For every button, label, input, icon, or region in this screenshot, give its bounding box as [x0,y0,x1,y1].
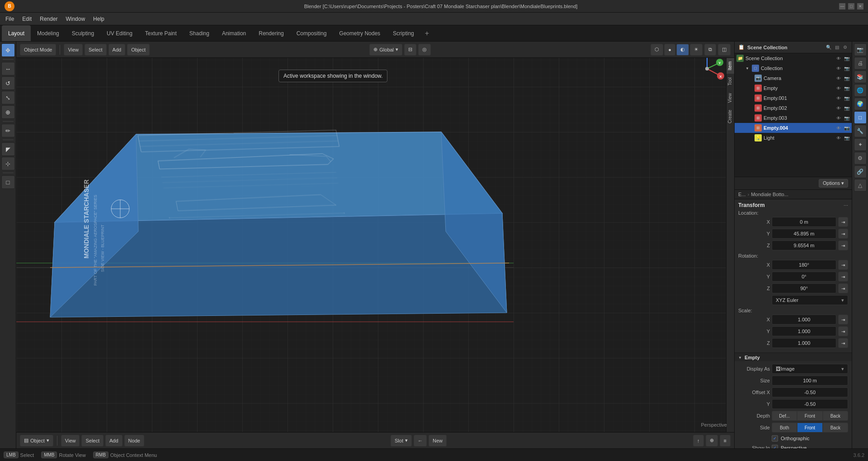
material-shading-btn[interactable]: ◐ [676,44,689,56]
e003-render[interactable]: 📷 [844,116,850,121]
tool-move[interactable]: ↔ [1,62,15,75]
orthographic-checkbox[interactable] [772,435,778,442]
props-viewlayer-btn[interactable]: 📚 [854,71,867,83]
tab-geometry-nodes[interactable]: Geometry Nodes [333,25,387,41]
props-render-btn[interactable]: 📷 [854,43,867,56]
outliner-scene-collection[interactable]: 📁 Scene Collection 👁 📷 [735,53,852,63]
light-render[interactable]: 📷 [844,136,850,141]
scale-y-value[interactable]: 1.000 [772,326,836,336]
props-world-btn[interactable]: 🌍 [854,98,867,110]
scale-x-link[interactable]: ⇥ [838,315,848,325]
wireframe-shading-btn[interactable]: ⬡ [651,44,663,56]
select-menu-btn[interactable]: Select [85,44,107,56]
rot-z-value[interactable]: 90° [772,283,836,293]
loc-x-link[interactable]: ⇥ [838,217,848,227]
side-front-btn[interactable]: Front [797,423,822,433]
outliner-light[interactable]: 💡 Light 👁 📷 [735,133,852,143]
slot-dropdown[interactable]: Slot ▾ [391,435,412,447]
new-btn[interactable]: New [429,435,447,447]
loc-z-value[interactable]: 9.6554 m [772,240,836,250]
e001-render[interactable]: 📷 [844,96,850,101]
maximize-button[interactable]: □ [848,3,854,9]
outliner-settings-btn[interactable]: ⚙ [842,45,848,50]
bottom-select-btn[interactable]: Select [81,435,104,447]
menu-help[interactable]: Help [90,14,108,24]
scale-z-link[interactable]: ⇥ [838,338,848,348]
view-menu-btn[interactable]: View [64,44,83,56]
loc-y-value[interactable]: 45.895 m [772,229,836,239]
empty-vis[interactable]: 👁 [835,86,842,91]
tool-select[interactable]: ✥ [1,43,15,57]
menu-file[interactable]: File [2,14,18,24]
props-object-btn[interactable]: □ [854,111,867,124]
editor-type-btn[interactable]: ▤ Object ▾ [20,435,53,447]
display-as-dropdown[interactable]: 🖼Image▾ [772,364,848,374]
tab-compositing[interactable]: Compositing [290,25,333,41]
depth-front-btn[interactable]: Front [797,411,822,421]
loc-y-link[interactable]: ⇥ [838,229,848,239]
scale-x-value[interactable]: 1.000 [772,315,836,325]
mode-dropdown[interactable]: Object Mode [20,44,56,56]
scale-y-link[interactable]: ⇥ [838,326,848,336]
tool-annotate[interactable]: ✏ [1,124,15,137]
loc-z-link[interactable]: ⇥ [838,240,848,250]
outliner-empty003[interactable]: ⊠ Empty.003 👁 📷 [735,113,852,123]
cam-vis[interactable]: 👁 [835,76,842,81]
rot-x-value[interactable]: 180° [772,260,836,270]
e002-vis[interactable]: 👁 [835,106,842,111]
outliner-empty004[interactable]: ⊠ Empty.004 👁 📷 [735,123,852,133]
viewer-node-btn[interactable]: ⊕ [706,435,718,447]
tab-rendering[interactable]: Rendering [252,25,290,41]
bottom-node-btn[interactable]: Node [124,435,144,447]
props-physics-btn[interactable]: ⚙ [854,152,867,165]
outliner-empty002[interactable]: ⊠ Empty.002 👁 📷 [735,103,852,113]
depth-def-btn[interactable]: Def... [772,411,797,421]
menu-window[interactable]: Window [62,14,89,24]
tab-create[interactable]: Create [726,106,734,127]
scene-vis-icon[interactable]: 👁 [835,56,842,61]
tab-sculpting[interactable]: Sculpting [66,25,100,41]
e001-vis[interactable]: 👁 [835,96,842,101]
tab-scripting[interactable]: Scripting [387,25,420,41]
close-button[interactable]: ✕ [857,3,863,9]
menu-render[interactable]: Render [36,14,61,24]
rot-z-link[interactable]: ⇥ [838,283,848,293]
proportional-edit-btn[interactable]: ◎ [418,44,431,56]
transform-global-btn[interactable]: ⊕ Global ▾ [369,44,402,56]
props-output-btn[interactable]: 🖨 [854,57,867,70]
tool-measure[interactable]: ◤ [1,142,15,156]
tab-item[interactable]: Item [726,58,734,74]
side-both-btn[interactable]: Both [772,423,797,433]
rot-y-link[interactable]: ⇥ [838,272,848,282]
overlay-toggle-btn[interactable]: ⧉ [704,44,716,56]
offset-x-value[interactable]: -0.50 [772,387,848,397]
rot-x-link[interactable]: ⇥ [838,260,848,270]
breadcrumb-mondiale[interactable]: Mondiale Botto... [751,192,788,197]
e004-vis[interactable]: 👁 [835,126,842,131]
loc-x-value[interactable]: 0 m [772,217,836,227]
props-constraints-btn[interactable]: 🔗 [854,165,867,178]
tab-modeling[interactable]: Modeling [31,25,66,41]
viewport-3d[interactable]: Object Mode View Select Add Object ⊕ Glo… [16,42,734,448]
object-menu-btn[interactable]: Object [127,44,150,56]
light-vis[interactable]: 👁 [835,136,842,141]
tool-rotate[interactable]: ↺ [1,76,15,90]
solid-shading-btn[interactable]: ● [664,44,675,56]
outliner-camera[interactable]: 📷 Camera 👁 📷 [735,73,852,83]
empty-render[interactable]: 📷 [844,86,850,91]
outliner-display-btn[interactable]: ▤ [834,45,840,50]
rot-y-value[interactable]: 0° [772,272,836,282]
perspective-checkbox[interactable] [772,445,778,448]
size-value[interactable]: 100 m [772,376,848,386]
add-workspace-button[interactable]: + [420,25,434,41]
tab-view[interactable]: View [726,89,734,107]
tab-texture-paint[interactable]: Texture Paint [139,25,183,41]
add-menu-btn[interactable]: Add [108,44,126,56]
scale-z-value[interactable]: 1.000 [772,338,836,348]
props-particles-btn[interactable]: ✦ [854,138,867,151]
options-button[interactable]: Options ▾ [819,179,848,188]
minimize-button[interactable]: — [839,3,845,9]
props-scene-btn[interactable]: 🌐 [854,84,867,97]
tool-cursor[interactable]: ⊹ [1,157,15,170]
snapping-btn[interactable]: ⊟ [404,44,416,56]
